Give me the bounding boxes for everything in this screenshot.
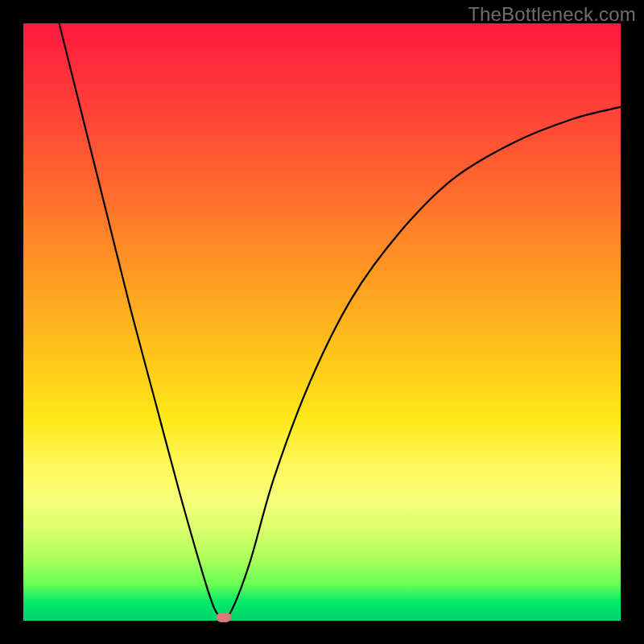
min-marker (217, 613, 231, 622)
chart-frame: TheBottleneck.com (0, 0, 644, 644)
bottleneck-curve (60, 23, 621, 617)
watermark-text: TheBottleneck.com (468, 3, 636, 26)
plot-area (23, 23, 621, 621)
curve-svg (23, 23, 621, 621)
